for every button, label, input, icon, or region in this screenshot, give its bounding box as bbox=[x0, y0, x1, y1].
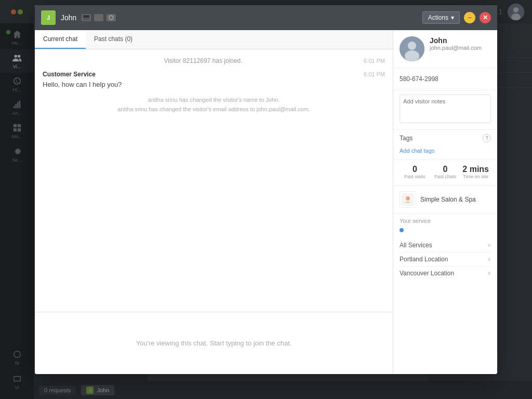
actions-label: Actions bbox=[428, 14, 448, 21]
service-item-portland[interactable]: Portland Location ∨ bbox=[400, 252, 491, 267]
modal-header-right: Actions ▾ − ✕ bbox=[422, 11, 491, 24]
smiley-icon bbox=[107, 14, 116, 21]
chat-messages: Visitor 82112697 has joined. 6:01 PM Cus… bbox=[35, 49, 393, 312]
tab-past-chats[interactable]: Past chats (0) bbox=[86, 30, 141, 49]
chevron-down-icon-vancouver: ∨ bbox=[487, 270, 491, 276]
flag-icon bbox=[82, 14, 91, 21]
chat-panel: Current chat Past chats (0) Visitor 8211… bbox=[35, 30, 393, 374]
stat-chats-label: Past chats bbox=[430, 174, 461, 180]
service-vancouver-label: Vancouver Location bbox=[400, 270, 454, 277]
actions-arrow: ▾ bbox=[451, 14, 454, 21]
agent-message-time: 6:01 PM bbox=[364, 71, 385, 77]
minimize-button[interactable]: − bbox=[464, 12, 475, 23]
service-portland-label: Portland Location bbox=[400, 256, 448, 263]
svg-point-13 bbox=[406, 196, 410, 201]
smiley-svg bbox=[108, 15, 114, 20]
visitor-name: John bbox=[430, 36, 482, 45]
stat-time-value: 2 mins bbox=[460, 165, 491, 174]
close-button[interactable]: ✕ bbox=[480, 12, 491, 23]
agent-name: Customer Service bbox=[43, 71, 96, 78]
visitor-photo bbox=[400, 36, 424, 61]
brand-name: Simple Salon & Spa bbox=[420, 196, 476, 203]
modal-header-icons bbox=[82, 14, 116, 21]
modal-body: Current chat Past chats (0) Visitor 8211… bbox=[35, 30, 497, 374]
service-dot-indicator bbox=[400, 228, 491, 238]
visitor-info-header: John john.paul@mail.com bbox=[393, 30, 497, 68]
tags-label: Tags bbox=[400, 135, 413, 142]
system-message-joined: Visitor 82112697 has joined. 6:01 PM bbox=[43, 57, 385, 64]
modal-header-left: J John bbox=[41, 10, 116, 25]
stat-past-visits: 0 Past visits bbox=[400, 165, 430, 180]
stat-time-label: Time on site bbox=[460, 174, 491, 180]
chat-input-area[interactable]: You're viewing this chat. Start typing t… bbox=[35, 312, 393, 374]
visitor-email: john.paul@mail.com bbox=[430, 45, 482, 51]
visitor-photo-img bbox=[400, 36, 424, 61]
notes-section bbox=[393, 90, 497, 130]
brand-logo-svg bbox=[402, 193, 414, 206]
svg-rect-6 bbox=[83, 18, 89, 20]
agent-message-text: Hello, how can I help you? bbox=[43, 80, 385, 89]
visitor-avatar-svg bbox=[400, 36, 424, 61]
tags-section: Tags ? Add chat tags bbox=[393, 130, 497, 159]
stat-chats-value: 0 bbox=[430, 165, 461, 174]
system-message-text: Visitor 82112697 has joined. bbox=[43, 57, 364, 64]
service-item-all[interactable]: All Services ∨ bbox=[400, 238, 491, 252]
stats-row: 0 Past visits 0 Past chats 2 mins Time o… bbox=[393, 159, 497, 186]
chevron-down-icon-portland: ∨ bbox=[487, 256, 491, 262]
chevron-down-icon-all: ∨ bbox=[487, 242, 491, 248]
visitor-name-block: John john.paul@mail.com bbox=[430, 36, 482, 51]
tags-header: Tags ? bbox=[400, 134, 491, 142]
service-all-label: All Services bbox=[400, 242, 432, 249]
event-line-2: anitha srinu has changed the visitor's e… bbox=[43, 105, 385, 114]
svg-rect-7 bbox=[96, 15, 102, 20]
tag-svg bbox=[96, 15, 102, 20]
actions-button[interactable]: Actions ▾ bbox=[422, 11, 460, 24]
tab-current-chat[interactable]: Current chat bbox=[35, 30, 86, 49]
agent-message-header: Customer Service 6:01 PM bbox=[43, 71, 385, 78]
modal-visitor-name: John bbox=[61, 14, 76, 22]
system-events: anitha srinu has changed the visitor's n… bbox=[43, 96, 385, 114]
stat-visits-value: 0 bbox=[400, 165, 430, 174]
agent-message: Customer Service 6:01 PM Hello, how can … bbox=[43, 71, 385, 89]
service-status-dot bbox=[400, 228, 404, 232]
join-message: You're viewing this chat. Start typing t… bbox=[136, 339, 292, 347]
modal-visitor-avatar: J bbox=[41, 10, 56, 25]
stat-past-chats: 0 Past chats bbox=[430, 165, 461, 180]
modal-overlay: J John bbox=[0, 0, 532, 399]
tag-icon bbox=[94, 14, 103, 21]
tags-help-icon[interactable]: ? bbox=[483, 134, 491, 142]
brand-logo bbox=[400, 191, 416, 208]
chat-modal: J John bbox=[35, 5, 497, 374]
svg-rect-5 bbox=[83, 15, 89, 18]
event-line-1: anitha srinu has changed the visitor's n… bbox=[43, 96, 385, 105]
visitor-phone: 580-674-2998 bbox=[400, 72, 491, 86]
stat-visits-label: Past visits bbox=[400, 174, 430, 180]
svg-point-11 bbox=[405, 50, 419, 61]
right-panel: John john.paul@mail.com 580-674-2998 Tag… bbox=[393, 30, 497, 374]
visitor-notes[interactable] bbox=[400, 95, 491, 123]
modal-header: J John bbox=[35, 5, 497, 30]
service-label: Your service bbox=[400, 218, 491, 224]
service-item-vancouver[interactable]: Vancouver Location ∨ bbox=[400, 267, 491, 280]
avatar-text: J bbox=[47, 15, 50, 21]
chat-tabs: Current chat Past chats (0) bbox=[35, 30, 393, 49]
svg-point-8 bbox=[109, 16, 113, 20]
stat-time-on-site: 2 mins Time on site bbox=[460, 165, 491, 180]
add-tags-button[interactable]: Add chat tags bbox=[400, 148, 434, 154]
phone-section: 580-674-2998 bbox=[393, 68, 497, 90]
brand-section: Simple Salon & Spa bbox=[393, 186, 497, 214]
service-section: Your service All Services ∨ Portland Loc… bbox=[393, 214, 497, 284]
system-message-time: 6:01 PM bbox=[364, 58, 385, 64]
flag-svg bbox=[83, 15, 89, 20]
svg-point-10 bbox=[408, 42, 416, 50]
